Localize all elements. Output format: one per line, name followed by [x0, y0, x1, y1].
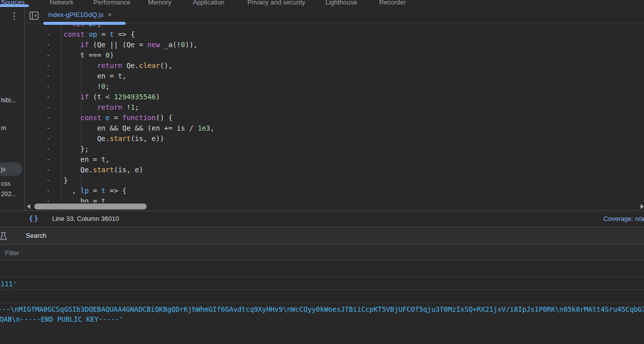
navigator-item-js[interactable]: js: [1, 165, 5, 173]
search-result-line[interactable]: ---\nMIGfMA0GCSqGSIb3DQEBAQUAA4GNADCBiQK…: [0, 306, 644, 313]
code-text: , lp = t => {: [64, 186, 126, 196]
file-tab-label: index-gPIE1GdQ.js: [48, 11, 103, 18]
code-line: - };: [25, 144, 644, 154]
search-drawer-tab[interactable]: Search: [26, 232, 46, 239]
navigator-item-202[interactable]: 202...: [1, 190, 16, 198]
search-filter-input[interactable]: [5, 247, 204, 258]
code-text: !0;: [64, 81, 110, 92]
coverage-link[interactable]: Coverage: n/a: [603, 215, 644, 222]
code-line: - const e = function() {: [25, 113, 644, 123]
cursor-position-label: Line 33, Column 36010: [52, 215, 119, 222]
line-marker: -: [46, 175, 50, 186]
code-line: - if (Qe || (Qe = new _a(!0)),: [25, 40, 644, 50]
code-text: t === 0): [64, 50, 114, 61]
navigator-item-hibl[interactable]: hibl...: [1, 96, 16, 104]
navigator-divider: [24, 7, 25, 210]
close-file-tab-icon[interactable]: ×: [108, 11, 112, 18]
panel-tab-privacy-and-security[interactable]: Privacy and security: [247, 0, 305, 6]
result-divider: [0, 276, 644, 277]
result-divider: [0, 303, 644, 303]
code-text: if (t < 1294935546): [64, 92, 160, 102]
navigator-item-css[interactable]: css: [1, 180, 10, 188]
code-editor[interactable]: - let br;-const op = t => {- if (Qe || (…: [25, 22, 644, 204]
code-line: - en && Qe && (en += is / 1e3,: [25, 123, 644, 134]
line-marker: -: [46, 29, 50, 40]
line-marker: -: [46, 113, 50, 123]
code-text: Qe.start(is, e): [64, 165, 143, 175]
panel-tab-performance[interactable]: Performance: [93, 0, 130, 6]
active-file-tab-underline: [43, 22, 126, 25]
code-text: en = t,: [64, 71, 126, 81]
scroll-left-arrow-icon[interactable]: [27, 204, 30, 209]
scroll-right-arrow-icon[interactable]: [641, 204, 644, 209]
search-results: 111' ---\nMIGfMA0GCSqGSIb3DQEBAQUAA4GNAD…: [0, 261, 644, 344]
flask-icon: [0, 232, 7, 243]
panel-tab-lighthouse[interactable]: Lighthouse: [325, 0, 357, 6]
code-line: - en = t,: [25, 154, 644, 165]
file-tab[interactable]: index-gPIE1GdQ.js ×: [44, 7, 112, 22]
editor-tab-strip: index-gPIE1GdQ.js ×: [0, 7, 644, 22]
devtools-window: { "colors": { "accent_blue": "#7cacf8", …: [0, 0, 644, 344]
result-divider: [0, 289, 644, 290]
code-line: - Qe.start(is, e): [25, 165, 644, 175]
line-marker: -: [46, 40, 50, 50]
code-line: - !0;: [25, 81, 644, 92]
code-text: return !1;: [64, 102, 139, 113]
search-result-line[interactable]: QAB\n-----END PUBLIC KEY-----': [0, 316, 123, 323]
line-marker: -: [46, 186, 50, 196]
pretty-print-icon[interactable]: {}: [29, 214, 39, 222]
line-marker: -: [46, 61, 50, 71]
code-line: - en = t,: [25, 71, 644, 81]
toggle-navigator-button[interactable]: [29, 11, 39, 22]
scrollbar-thumb[interactable]: [34, 204, 147, 209]
code-text: if (Qe || (Qe = new _a(!0)),: [64, 40, 198, 50]
code-line: -}: [25, 175, 644, 186]
line-marker: -: [46, 50, 50, 61]
code-text: const op = t => {: [64, 29, 135, 40]
code-text: const e = function() {: [64, 113, 172, 123]
devtools-panel-tabbar: SourcesNetworkPerformanceMemoryApplicati…: [0, 0, 644, 7]
code-line: - , lp = t => {: [25, 186, 644, 196]
file-navigator: hibl...mjscss202...: [0, 24, 24, 210]
line-marker: -: [46, 92, 50, 102]
code-text: }: [64, 175, 68, 186]
panel-tab-memory[interactable]: Memory: [148, 0, 171, 6]
horizontal-scrollbar[interactable]: [25, 203, 644, 210]
code-text: Qe.start(is, e)): [64, 134, 164, 144]
code-text: return Qe.clear(),: [64, 61, 172, 71]
code-text: };: [64, 144, 89, 154]
line-marker: -: [46, 71, 50, 81]
line-marker: -: [46, 81, 50, 92]
line-marker: -: [46, 154, 50, 165]
code-line: - Qe.start(is, e)): [25, 134, 644, 144]
panel-tab-network[interactable]: Network: [50, 0, 74, 6]
editor-status-bar: {} Line 33, Column 36010 Coverage: n/a: [0, 210, 644, 227]
panel-tab-application[interactable]: Application: [193, 0, 225, 6]
code-line: -const op = t => {: [25, 29, 644, 40]
code-line: - return Qe.clear(),: [25, 61, 644, 71]
panel-tab-recorder[interactable]: Recorder: [379, 0, 405, 6]
search-filter-row: [0, 245, 644, 260]
code-line: - if (t < 1294935546): [25, 92, 644, 102]
drawer-toolbar: Search: [0, 227, 644, 245]
line-marker: -: [46, 134, 50, 144]
navigator-item-m[interactable]: m: [1, 124, 6, 132]
line-marker: -: [46, 144, 50, 154]
search-result-line[interactable]: 111': [0, 280, 17, 287]
line-marker: -: [46, 102, 50, 113]
more-tabs-icon[interactable]: [12, 11, 15, 20]
code-line: - return !1;: [25, 102, 644, 113]
code-text: en && Qe && (en += is / 1e3,: [64, 123, 214, 134]
code-lines: - let br;-const op = t => {- if (Qe || (…: [25, 22, 644, 204]
code-line: - t === 0): [25, 50, 644, 61]
panel-collapse-icon: [29, 11, 39, 20]
line-marker: -: [46, 123, 50, 134]
code-text: en = t,: [64, 154, 110, 165]
line-marker: -: [46, 165, 50, 175]
